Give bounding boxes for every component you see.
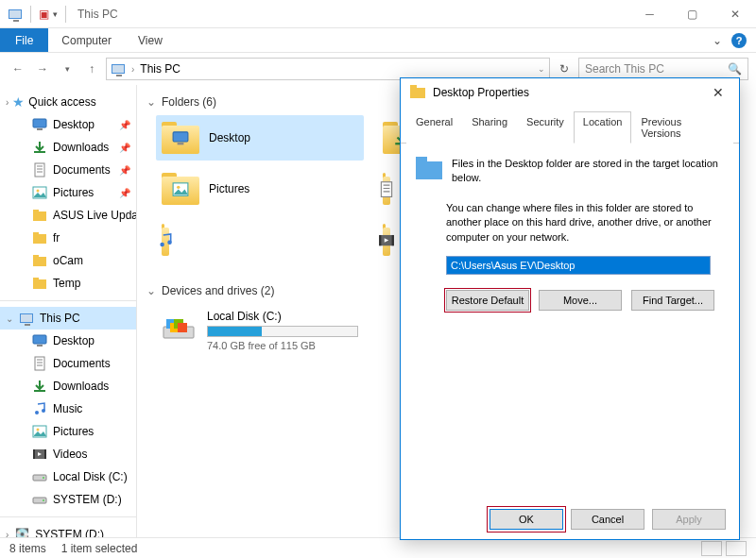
downloads-icon (32, 140, 47, 155)
svg-rect-49 (392, 235, 394, 245)
window-titlebar: ▣ ▾ This PC ─ ▢ ✕ (0, 0, 756, 28)
desktop-icon (32, 333, 47, 348)
sidebar-item-label: Downloads (53, 141, 109, 154)
sidebar-item-downloads[interactable]: Downloads📌 (0, 136, 136, 159)
folder-icon (383, 224, 390, 256)
svg-rect-19 (35, 357, 44, 370)
address-text: This PC (140, 62, 180, 76)
chevron-right-icon: › (6, 530, 9, 538)
folder-icon (32, 253, 47, 268)
cancel-button[interactable]: Cancel (571, 509, 644, 530)
folder-icon (410, 85, 425, 101)
qat-dropdown-icon[interactable]: ▾ (53, 9, 58, 19)
sidebar-item-pictures[interactable]: Pictures📌 (0, 181, 136, 204)
move-button[interactable]: Move... (539, 290, 622, 311)
folder-item-partial[interactable] (377, 166, 396, 211)
sidebar-item-label: Pictures (53, 425, 94, 438)
sidebar-item-documents[interactable]: Documents (0, 352, 136, 375)
dialog-tab-location[interactable]: Location (574, 111, 632, 144)
sidebar-item-local-disk-c-[interactable]: Local Disk (C:) (0, 465, 136, 488)
svg-rect-0 (33, 119, 46, 127)
minimize-button[interactable]: ─ (628, 0, 671, 28)
chevron-down-icon: ⌄ (146, 95, 156, 109)
dialog-tab-previous-versions[interactable]: Previous Versions (631, 111, 733, 144)
sidebar-item-label: Music (53, 402, 82, 415)
folder-label: Pictures (209, 182, 249, 195)
sidebar-item-label: Documents (53, 357, 111, 370)
help-icon[interactable]: ? (731, 33, 747, 48)
sidebar-this-pc[interactable]: ⌄ This PC (0, 307, 136, 330)
sidebar-bottom-drive[interactable]: › 💽 SYSTEM (D:) (0, 523, 136, 537)
apply-button[interactable]: Apply (652, 509, 726, 530)
folder-item-desktop[interactable]: Desktop (156, 115, 364, 161)
ribbon-tab-view[interactable]: View (125, 28, 176, 52)
ribbon-tab-computer[interactable]: Computer (48, 28, 125, 52)
dialog-tab-general[interactable]: General (406, 111, 462, 144)
sidebar-item-label: Downloads (53, 380, 109, 393)
location-path-input[interactable] (446, 256, 711, 275)
close-button[interactable]: ✕ (713, 0, 756, 28)
nav-forward-button[interactable]: → (32, 59, 53, 79)
folder-icon (416, 157, 442, 186)
address-icon (111, 61, 126, 76)
drive-name: Local Disk (C:) (207, 310, 387, 323)
sidebar-item-pictures[interactable]: Pictures (0, 420, 136, 443)
dialog-description: You can change where files in this folde… (446, 201, 724, 245)
sidebar-item-system-d-[interactable]: SYSTEM (D:) (0, 488, 136, 511)
ribbon-expand-icon[interactable]: ⌄ (713, 34, 722, 47)
sidebar-item-temp[interactable]: Temp (0, 272, 136, 295)
sidebar-item-music[interactable]: Music (0, 397, 136, 420)
svg-rect-55 (178, 323, 187, 332)
maximize-button[interactable]: ▢ (671, 0, 713, 28)
ok-button[interactable]: OK (490, 509, 563, 530)
nav-up-button[interactable]: ↑ (81, 59, 102, 79)
sidebar-item-desktop[interactable]: Desktop📌 (0, 113, 136, 136)
svg-point-46 (167, 241, 172, 245)
sidebar-item-fr[interactable]: fr (0, 227, 136, 249)
svg-rect-60 (416, 157, 427, 163)
svg-point-8 (37, 190, 40, 193)
sidebar-item-label: fr (53, 231, 60, 245)
folder-item-partial[interactable] (377, 217, 396, 262)
drive-item[interactable]: Local Disk (C:) 74.0 GB free of 115 GB (156, 304, 392, 357)
sidebar-item-videos[interactable]: Videos (0, 443, 136, 465)
file-tab[interactable]: File (0, 28, 48, 52)
sidebar-item-desktop[interactable]: Desktop (0, 330, 136, 352)
drives-header-label: Devices and drives (2) (162, 284, 274, 297)
icons-view-button[interactable] (726, 541, 747, 556)
music-icon (32, 401, 47, 416)
folders-header-label: Folders (6) (162, 95, 216, 109)
qat-save-icon[interactable]: ▣ (39, 8, 49, 21)
sidebar-item-label: Videos (53, 448, 87, 461)
quick-access-header[interactable]: › ★ Quick access (0, 91, 136, 113)
downloads-icon (32, 379, 47, 394)
dialog-titlebar[interactable]: Desktop Properties ✕ (401, 78, 739, 107)
nav-recent-dropdown[interactable]: ▾ (57, 59, 77, 79)
sidebar-item-documents[interactable]: Documents📌 (0, 159, 136, 181)
pictures-icon (32, 185, 47, 200)
drive-usage-bar (207, 326, 358, 337)
address-dropdown-icon[interactable]: ⌄ (538, 64, 545, 74)
svg-rect-59 (416, 161, 442, 179)
folder-item-pictures[interactable]: Pictures (156, 166, 364, 211)
dialog-close-button[interactable]: ✕ (707, 85, 730, 100)
sidebar-item-asus-live-updat[interactable]: ASUS Live Updat (0, 204, 136, 227)
refresh-button[interactable]: ↻ (554, 62, 575, 76)
nav-back-button[interactable]: ← (8, 59, 28, 79)
ribbon: File Computer View ⌄ ? (0, 28, 756, 53)
folder-icon (162, 122, 199, 154)
svg-rect-14 (33, 255, 39, 258)
svg-rect-10 (33, 210, 39, 212)
folder-item-partial[interactable] (156, 217, 175, 262)
details-view-button[interactable] (701, 541, 722, 556)
sidebar-item-label: ASUS Live Updat (53, 209, 136, 222)
sidebar-item-ocam[interactable]: oCam (0, 249, 136, 272)
dialog-tab-security[interactable]: Security (517, 111, 574, 144)
search-placeholder: Search This PC (585, 62, 664, 76)
dialog-intro-text: Files in the Desktop folder are stored i… (452, 157, 724, 186)
dialog-tab-sharing[interactable]: Sharing (462, 111, 517, 144)
find-target-button[interactable]: Find Target... (631, 290, 714, 311)
svg-point-35 (43, 499, 44, 501)
sidebar-item-downloads[interactable]: Downloads (0, 375, 136, 397)
restore-default-button[interactable]: Restore Default (446, 290, 529, 311)
